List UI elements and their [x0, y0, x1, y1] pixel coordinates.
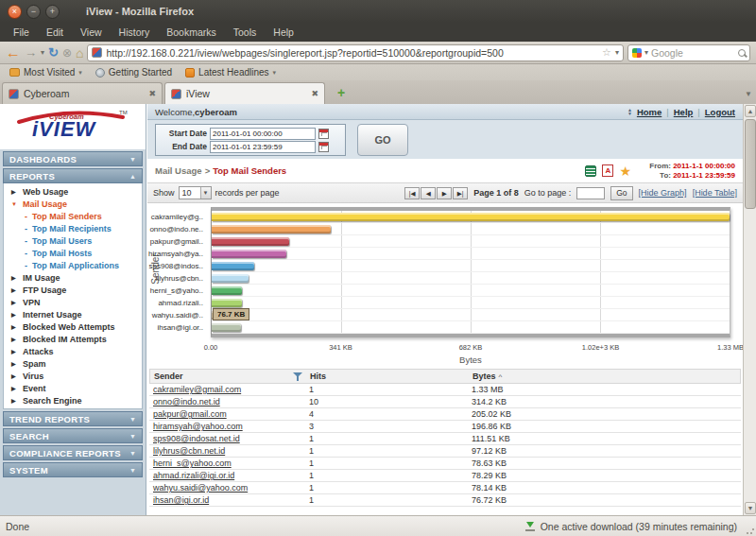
sidebar-group-attacks[interactable]: ▶Attacks: [4, 345, 142, 357]
sidebar-item-top-mail-hosts[interactable]: -Top Mail Hosts: [4, 247, 142, 259]
sender-link[interactable]: herni_s@yahoo.com: [153, 458, 232, 468]
favorite-star-icon[interactable]: ★: [619, 165, 631, 177]
sidebar-group-ftp-usage[interactable]: ▶FTP Usage: [4, 284, 142, 296]
bookmark-star-icon[interactable]: ☆: [602, 46, 611, 59]
download-status[interactable]: One active download (39 minutes remainin…: [524, 521, 737, 532]
menu-file[interactable]: File: [6, 25, 37, 40]
sender-link[interactable]: ahmad.rizali@igi.or.id: [153, 471, 234, 480]
end-date-field[interactable]: [210, 141, 316, 153]
start-date-field[interactable]: [210, 128, 316, 140]
list-all-tabs-icon[interactable]: ▼: [745, 90, 752, 98]
sidebar-group-spam[interactable]: ▶Spam: [4, 357, 142, 370]
sidebar-group-search-engine[interactable]: ▶Search Engine: [4, 394, 142, 406]
sender-link[interactable]: wahyu.saidi@yahoo.com: [153, 483, 248, 493]
window-maximize-button[interactable]: +: [45, 5, 60, 19]
chart-bar[interactable]: [212, 286, 242, 295]
window-minimize-button[interactable]: −: [26, 5, 41, 19]
column-header-sender[interactable]: Sender: [154, 372, 183, 381]
next-page-button[interactable]: ▶: [437, 187, 452, 199]
bookmark-most-visited[interactable]: Most Visited▾: [9, 67, 82, 78]
sender-link[interactable]: sps908@indosat.net.id: [153, 434, 240, 443]
header-link-home[interactable]: Home: [637, 107, 662, 117]
prev-page-button[interactable]: ◀: [421, 187, 436, 199]
search-engine-icon[interactable]: [632, 48, 642, 58]
goto-go-button[interactable]: Go: [610, 186, 632, 200]
sidebar-group-mail-usage[interactable]: ▼Mail Usage: [4, 198, 142, 210]
column-header-hits[interactable]: Hits: [306, 372, 469, 381]
scroll-down-icon[interactable]: ▼: [745, 502, 756, 514]
resize-grip[interactable]: [746, 526, 755, 535]
window-titlebar[interactable]: × − + iView - Mozilla Firefox: [0, 0, 756, 23]
history-dropdown-icon[interactable]: ▾: [41, 49, 44, 57]
filter-icon[interactable]: [293, 372, 302, 381]
menu-history[interactable]: History: [112, 25, 158, 40]
sidebar-section-trend-reports[interactable]: TREND REPORTS▼: [3, 411, 143, 426]
chart-bar[interactable]: [212, 274, 249, 283]
chart-bar[interactable]: [212, 250, 286, 258]
home-button[interactable]: ⌂: [76, 46, 83, 60]
url-input[interactable]: http://192.168.0.221/iview/webpages/sing…: [106, 47, 598, 59]
scroll-up-icon[interactable]: ▲: [745, 105, 756, 117]
search-engine-dropdown-icon[interactable]: ▾: [644, 49, 648, 57]
export-pdf-icon[interactable]: A: [602, 164, 613, 177]
sender-link[interactable]: lilyhrus@cbn.net.id: [153, 446, 225, 456]
sidebar-group-blocked-web-attempts[interactable]: ▶Blocked Web Attempts: [4, 320, 142, 333]
first-page-button[interactable]: |◀: [404, 187, 420, 199]
header-link-help[interactable]: Help: [674, 107, 694, 117]
sidebar-group-event[interactable]: ▶Event: [4, 382, 142, 394]
tab-cyberoam[interactable]: Cyberoam✖: [2, 82, 163, 104]
url-bar[interactable]: http://192.168.0.221/iview/webpages/sing…: [87, 44, 624, 61]
sidebar-item-top-mail-users[interactable]: -Top Mail Users: [4, 234, 142, 247]
chart-bar[interactable]: [212, 225, 331, 233]
page-size-select[interactable]: 10 ▼: [179, 186, 212, 199]
scrollbar-thumb[interactable]: [745, 119, 756, 209]
new-tab-button[interactable]: +: [331, 85, 352, 102]
hide-graph-link[interactable]: [Hide Graph]: [639, 188, 687, 198]
menu-help[interactable]: Help: [266, 25, 301, 40]
calendar-icon[interactable]: [318, 142, 329, 152]
sender-link[interactable]: hiramsyah@yahoo.com: [153, 422, 243, 431]
column-header-bytes[interactable]: Bytes^: [469, 372, 740, 381]
chevron-down-icon[interactable]: ▼: [200, 187, 211, 199]
header-link-logout[interactable]: Logout: [705, 107, 735, 117]
sender-link[interactable]: onno@indo.net.id: [153, 397, 220, 406]
stop-button[interactable]: ⊗: [62, 47, 72, 59]
chart-bar[interactable]: [212, 237, 289, 246]
sidebar-section-compliance-reports[interactable]: COMPLIANCE REPORTS▼: [3, 445, 143, 460]
sidebar-group-vpn[interactable]: ▶VPN: [4, 296, 142, 308]
goto-page-input[interactable]: [576, 187, 605, 199]
chart-bar[interactable]: [212, 299, 242, 307]
sidebar-item-top-mail-senders[interactable]: -Top Mail Senders: [4, 210, 142, 222]
sidebar-group-virus[interactable]: ▶Virus: [4, 370, 142, 382]
sidebar-group-blocked-im-attempts[interactable]: ▶Blocked IM Attempts: [4, 333, 142, 345]
search-input[interactable]: Google: [651, 47, 735, 59]
sidebar-section-system[interactable]: SYSTEM▼: [3, 462, 143, 477]
sidebar-section-dashboards[interactable]: DASHBOARDS ▼: [3, 151, 143, 166]
menu-view[interactable]: View: [73, 25, 110, 40]
breadcrumb-parent[interactable]: Mail Usage: [155, 165, 202, 176]
export-excel-icon[interactable]: [585, 165, 596, 177]
sidebar-group-internet-usage[interactable]: ▶Internet Usage: [4, 308, 142, 320]
reload-button[interactable]: ↻: [48, 46, 59, 59]
tab-close-icon[interactable]: ✖: [311, 89, 318, 98]
sidebar-group-web-usage[interactable]: ▶Web Usage: [4, 185, 142, 198]
forward-button[interactable]: →: [25, 46, 37, 59]
bookmark-latest-headlines[interactable]: Latest Headlines▾: [185, 67, 276, 78]
window-close-button[interactable]: ×: [8, 5, 22, 19]
menu-tools[interactable]: Tools: [226, 25, 265, 40]
vertical-scrollbar[interactable]: ▲ ▼: [743, 104, 756, 515]
sidebar-section-reports[interactable]: REPORTS ▲: [3, 168, 143, 183]
back-button[interactable]: ←: [6, 45, 21, 61]
menu-bookmarks[interactable]: Bookmarks: [159, 25, 224, 40]
go-button[interactable]: GO: [357, 124, 408, 156]
sender-link[interactable]: cakramiley@gmail.com: [153, 385, 241, 394]
search-icon[interactable]: [738, 49, 746, 57]
sidebar-item-top-mail-recipients[interactable]: -Top Mail Recipients: [4, 222, 142, 234]
last-page-button[interactable]: ▶|: [453, 187, 468, 199]
sidebar-section-search[interactable]: SEARCH▼: [3, 428, 143, 443]
calendar-icon[interactable]: [318, 129, 329, 139]
url-dropdown-icon[interactable]: ▾: [615, 49, 619, 57]
sidebar-item-top-mail-applications[interactable]: -Top Mail Applications: [4, 259, 142, 271]
tab-iview[interactable]: iView✖: [164, 82, 325, 104]
chart-bar[interactable]: [212, 213, 730, 221]
